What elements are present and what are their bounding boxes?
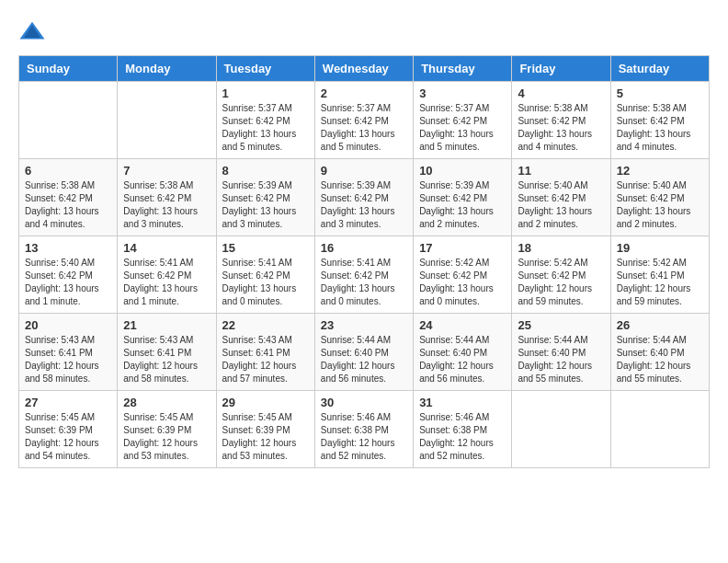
calendar-cell: 26Sunrise: 5:44 AMSunset: 6:40 PMDayligh… [610, 314, 709, 391]
day-number: 12 [617, 164, 703, 178]
day-number: 13 [25, 241, 111, 255]
day-number: 18 [518, 241, 604, 255]
calendar-cell: 27Sunrise: 5:45 AMSunset: 6:39 PMDayligh… [19, 391, 118, 468]
day-number: 4 [518, 86, 604, 100]
day-info: Sunrise: 5:38 AMSunset: 6:42 PMDaylight:… [25, 179, 111, 231]
day-info: Sunrise: 5:40 AMSunset: 6:42 PMDaylight:… [25, 257, 111, 308]
day-info: Sunrise: 5:43 AMSunset: 6:41 PMDaylight:… [123, 334, 210, 385]
weekday-header: Wednesday [314, 56, 413, 82]
day-number: 27 [25, 396, 111, 409]
day-info: Sunrise: 5:44 AMSunset: 6:40 PMDaylight:… [321, 334, 407, 385]
day-number: 17 [419, 241, 506, 255]
calendar-table: SundayMondayTuesdayWednesdayThursdayFrid… [18, 55, 710, 468]
day-info: Sunrise: 5:40 AMSunset: 6:42 PMDaylight:… [518, 179, 604, 231]
calendar-cell [118, 82, 216, 159]
day-info: Sunrise: 5:45 AMSunset: 6:39 PMDaylight:… [25, 411, 111, 463]
day-info: Sunrise: 5:38 AMSunset: 6:42 PMDaylight:… [123, 179, 210, 231]
logo [18, 18, 50, 46]
day-number: 19 [617, 241, 703, 255]
calendar-cell: 13Sunrise: 5:40 AMSunset: 6:42 PMDayligh… [19, 236, 118, 314]
day-info: Sunrise: 5:42 AMSunset: 6:42 PMDaylight:… [518, 257, 604, 308]
day-info: Sunrise: 5:44 AMSunset: 6:40 PMDaylight:… [617, 334, 703, 385]
calendar-cell: 8Sunrise: 5:39 AMSunset: 6:42 PMDaylight… [216, 159, 314, 236]
day-info: Sunrise: 5:40 AMSunset: 6:42 PMDaylight:… [617, 179, 703, 231]
day-info: Sunrise: 5:38 AMSunset: 6:42 PMDaylight:… [617, 102, 703, 154]
calendar-cell: 2Sunrise: 5:37 AMSunset: 6:42 PMDaylight… [314, 82, 413, 159]
day-info: Sunrise: 5:43 AMSunset: 6:41 PMDaylight:… [25, 334, 111, 385]
calendar-cell: 18Sunrise: 5:42 AMSunset: 6:42 PMDayligh… [512, 236, 610, 314]
calendar-cell: 3Sunrise: 5:37 AMSunset: 6:42 PMDaylight… [414, 82, 512, 159]
day-info: Sunrise: 5:44 AMSunset: 6:40 PMDaylight:… [419, 334, 506, 385]
weekday-header: Saturday [610, 56, 709, 82]
day-info: Sunrise: 5:39 AMSunset: 6:42 PMDaylight:… [222, 179, 309, 231]
day-number: 28 [123, 396, 210, 409]
day-info: Sunrise: 5:38 AMSunset: 6:42 PMDaylight:… [518, 102, 604, 154]
day-info: Sunrise: 5:37 AMSunset: 6:42 PMDaylight:… [222, 102, 309, 154]
calendar-week-row: 1Sunrise: 5:37 AMSunset: 6:42 PMDaylight… [19, 82, 710, 159]
calendar-cell [610, 391, 709, 468]
calendar-cell: 19Sunrise: 5:42 AMSunset: 6:41 PMDayligh… [610, 236, 709, 314]
weekday-header: Friday [512, 56, 610, 82]
calendar-cell: 6Sunrise: 5:38 AMSunset: 6:42 PMDaylight… [19, 159, 118, 236]
day-info: Sunrise: 5:46 AMSunset: 6:38 PMDaylight:… [321, 411, 407, 463]
day-number: 30 [321, 396, 407, 409]
calendar-week-row: 13Sunrise: 5:40 AMSunset: 6:42 PMDayligh… [19, 236, 710, 314]
day-info: Sunrise: 5:45 AMSunset: 6:39 PMDaylight:… [123, 411, 210, 463]
calendar-cell: 10Sunrise: 5:39 AMSunset: 6:42 PMDayligh… [414, 159, 512, 236]
calendar-cell: 11Sunrise: 5:40 AMSunset: 6:42 PMDayligh… [512, 159, 610, 236]
day-info: Sunrise: 5:46 AMSunset: 6:38 PMDaylight:… [419, 411, 506, 463]
day-info: Sunrise: 5:39 AMSunset: 6:42 PMDaylight:… [419, 179, 506, 231]
logo-icon [18, 18, 46, 46]
day-info: Sunrise: 5:41 AMSunset: 6:42 PMDaylight:… [123, 257, 210, 308]
day-info: Sunrise: 5:39 AMSunset: 6:42 PMDaylight:… [321, 179, 407, 231]
day-info: Sunrise: 5:41 AMSunset: 6:42 PMDaylight:… [222, 257, 309, 308]
day-info: Sunrise: 5:37 AMSunset: 6:42 PMDaylight:… [321, 102, 407, 154]
day-info: Sunrise: 5:42 AMSunset: 6:42 PMDaylight:… [419, 257, 506, 308]
calendar-cell: 31Sunrise: 5:46 AMSunset: 6:38 PMDayligh… [414, 391, 512, 468]
calendar-cell: 28Sunrise: 5:45 AMSunset: 6:39 PMDayligh… [118, 391, 216, 468]
calendar-cell: 21Sunrise: 5:43 AMSunset: 6:41 PMDayligh… [118, 314, 216, 391]
day-number: 31 [419, 396, 506, 409]
day-number: 3 [419, 86, 506, 100]
day-info: Sunrise: 5:41 AMSunset: 6:42 PMDaylight:… [321, 257, 407, 308]
day-number: 14 [123, 241, 210, 255]
calendar-cell: 7Sunrise: 5:38 AMSunset: 6:42 PMDaylight… [118, 159, 216, 236]
page-header [18, 18, 710, 46]
calendar-week-row: 27Sunrise: 5:45 AMSunset: 6:39 PMDayligh… [19, 391, 710, 468]
day-number: 7 [123, 164, 210, 178]
calendar-cell: 20Sunrise: 5:43 AMSunset: 6:41 PMDayligh… [19, 314, 118, 391]
day-number: 9 [321, 164, 407, 178]
day-number: 6 [25, 164, 111, 178]
calendar-cell: 29Sunrise: 5:45 AMSunset: 6:39 PMDayligh… [216, 391, 314, 468]
day-info: Sunrise: 5:44 AMSunset: 6:40 PMDaylight:… [518, 334, 604, 385]
weekday-header: Tuesday [216, 56, 314, 82]
weekday-header: Thursday [414, 56, 512, 82]
calendar-cell: 17Sunrise: 5:42 AMSunset: 6:42 PMDayligh… [414, 236, 512, 314]
calendar-cell [512, 391, 610, 468]
calendar-cell: 23Sunrise: 5:44 AMSunset: 6:40 PMDayligh… [314, 314, 413, 391]
calendar-cell: 12Sunrise: 5:40 AMSunset: 6:42 PMDayligh… [610, 159, 709, 236]
day-number: 1 [222, 86, 309, 100]
day-info: Sunrise: 5:37 AMSunset: 6:42 PMDaylight:… [419, 102, 506, 154]
day-info: Sunrise: 5:42 AMSunset: 6:41 PMDaylight:… [617, 257, 703, 308]
calendar-cell [19, 82, 118, 159]
calendar-cell: 15Sunrise: 5:41 AMSunset: 6:42 PMDayligh… [216, 236, 314, 314]
day-number: 5 [617, 86, 703, 100]
calendar-cell: 4Sunrise: 5:38 AMSunset: 6:42 PMDaylight… [512, 82, 610, 159]
calendar-cell: 22Sunrise: 5:43 AMSunset: 6:41 PMDayligh… [216, 314, 314, 391]
day-number: 15 [222, 241, 309, 255]
day-info: Sunrise: 5:43 AMSunset: 6:41 PMDaylight:… [222, 334, 309, 385]
calendar-cell: 25Sunrise: 5:44 AMSunset: 6:40 PMDayligh… [512, 314, 610, 391]
calendar-cell: 16Sunrise: 5:41 AMSunset: 6:42 PMDayligh… [314, 236, 413, 314]
weekday-header: Monday [118, 56, 216, 82]
day-number: 26 [617, 318, 703, 332]
calendar-cell: 24Sunrise: 5:44 AMSunset: 6:40 PMDayligh… [414, 314, 512, 391]
day-number: 22 [222, 318, 309, 332]
day-number: 21 [123, 318, 210, 332]
day-info: Sunrise: 5:45 AMSunset: 6:39 PMDaylight:… [222, 411, 309, 463]
day-number: 10 [419, 164, 506, 178]
day-number: 29 [222, 396, 309, 409]
day-number: 11 [518, 164, 604, 178]
day-number: 2 [321, 86, 407, 100]
day-number: 24 [419, 318, 506, 332]
